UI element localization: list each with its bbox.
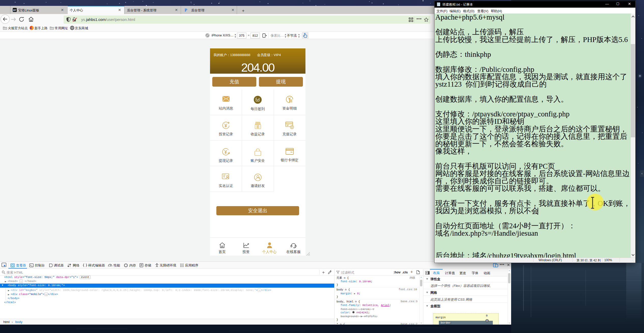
svg-text:P: P <box>185 8 187 12</box>
svg-text:BT: BT <box>13 9 16 11</box>
